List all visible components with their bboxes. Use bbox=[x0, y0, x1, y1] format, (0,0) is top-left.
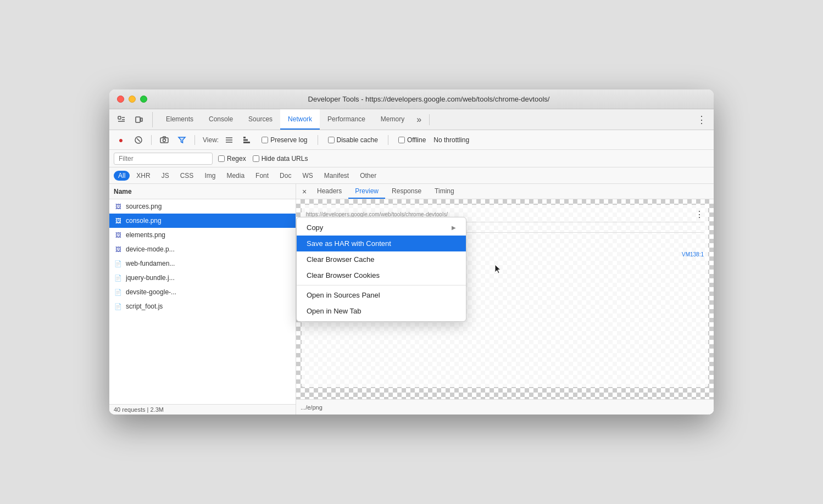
preview-close-button[interactable]: × bbox=[298, 186, 310, 198]
filter-js-button[interactable]: JS bbox=[157, 171, 174, 181]
close-button[interactable] bbox=[117, 96, 124, 103]
camera-button[interactable] bbox=[157, 133, 171, 147]
tab-performance[interactable]: Performance bbox=[320, 109, 373, 130]
tab-memory[interactable]: Memory bbox=[373, 109, 412, 130]
offline-checkbox[interactable] bbox=[398, 137, 405, 143]
toolbar-divider-3 bbox=[318, 135, 318, 145]
svg-rect-2 bbox=[141, 118, 142, 121]
throttle-dropdown[interactable]: No throttling bbox=[433, 136, 469, 144]
context-menu: Copy ▶ Save as HAR with Content Clear Br… bbox=[296, 217, 466, 322]
list-item[interactable]: 📄 jquery-bundle.j... bbox=[109, 271, 296, 285]
context-menu-clear-cookies[interactable]: Clear Browser Cookies bbox=[297, 267, 466, 283]
browser-window: Developer Tools - https://developers.goo… bbox=[109, 89, 714, 415]
devtools-panel: Elements Console Sources Network Perform… bbox=[109, 109, 714, 415]
filter-bar: Regex Hide data URLs bbox=[109, 150, 714, 167]
disable-cache-label[interactable]: Disable cache bbox=[328, 136, 378, 144]
list-header: Name bbox=[109, 184, 296, 199]
tab-preview[interactable]: Preview bbox=[348, 184, 385, 199]
context-menu-copy[interactable]: Copy ▶ bbox=[297, 220, 466, 236]
network-list: Name 🖼 sources.png 🖼 console.png 🖼 eleme… bbox=[109, 184, 296, 415]
disable-cache-checkbox[interactable] bbox=[328, 137, 335, 143]
tab-sources[interactable]: Sources bbox=[241, 109, 280, 130]
filter-icon-button[interactable] bbox=[175, 133, 189, 147]
view-label: View: bbox=[203, 136, 219, 144]
context-menu-clear-cache[interactable]: Clear Browser Cache bbox=[297, 251, 466, 267]
context-menu-open-tab[interactable]: Open in New Tab bbox=[297, 303, 466, 319]
list-item-selected[interactable]: 🖼 console.png bbox=[109, 214, 296, 228]
device-mode-icon[interactable] bbox=[131, 112, 147, 127]
file-icon: 📄 bbox=[114, 273, 123, 282]
filter-css-button[interactable]: CSS bbox=[176, 171, 198, 181]
devtools-menu-button[interactable]: ⋮ bbox=[694, 112, 709, 127]
preserve-log-checkbox[interactable] bbox=[262, 137, 268, 143]
stop-recording-button[interactable] bbox=[131, 133, 146, 147]
list-status-bar: 40 requests | 2.3M bbox=[109, 404, 296, 415]
filter-media-button[interactable]: Media bbox=[222, 171, 249, 181]
window-title: Developer Tools - https://developers.goo… bbox=[152, 95, 706, 103]
offline-label[interactable]: Offline bbox=[398, 136, 426, 144]
filter-input[interactable] bbox=[114, 153, 213, 165]
list-item[interactable]: 📄 web-fundamen... bbox=[109, 256, 296, 271]
svg-rect-12 bbox=[243, 142, 250, 143]
preserve-log-label[interactable]: Preserve log bbox=[262, 136, 307, 144]
context-menu-open-sources[interactable]: Open in Sources Panel bbox=[297, 287, 466, 303]
file-icon: 🖼 bbox=[114, 202, 123, 211]
list-header-name: Name bbox=[114, 188, 132, 195]
main-content: Name 🖼 sources.png 🖼 console.png 🖼 eleme… bbox=[109, 184, 714, 415]
filter-type-bar: All XHR JS CSS Img Media Font Doc WS Man… bbox=[109, 167, 714, 184]
preview-url-bar: .../e/png bbox=[296, 399, 714, 415]
tab-icon-group bbox=[114, 112, 153, 127]
hide-data-urls-label[interactable]: Hide data URLs bbox=[253, 155, 308, 163]
tab-bar-divider bbox=[429, 114, 430, 125]
toolbar-divider-2 bbox=[194, 135, 195, 145]
list-item[interactable]: 📄 devsite-google-... bbox=[109, 285, 296, 299]
filter-other-button[interactable]: Other bbox=[355, 171, 381, 181]
filter-img-button[interactable]: Img bbox=[200, 171, 220, 181]
list-item[interactable]: 🖼 sources.png bbox=[109, 199, 296, 214]
svg-rect-11 bbox=[243, 139, 248, 141]
svg-point-6 bbox=[163, 139, 166, 142]
file-icon: 🖼 bbox=[114, 231, 123, 239]
filter-manifest-button[interactable]: Manifest bbox=[320, 171, 353, 181]
regex-label[interactable]: Regex bbox=[218, 155, 246, 163]
network-toolbar: ● View: Preserve log bbox=[109, 130, 714, 150]
tab-more-button[interactable]: » bbox=[412, 109, 426, 130]
record-button[interactable]: ● bbox=[114, 133, 128, 147]
preview-tabs: × Headers Preview Response Timing bbox=[296, 184, 714, 199]
list-item[interactable]: 🖼 elements.png bbox=[109, 228, 296, 242]
submenu-arrow-icon: ▶ bbox=[452, 225, 456, 231]
list-item[interactable]: 🖼 device-mode.p... bbox=[109, 242, 296, 256]
list-items: 🖼 sources.png 🖼 console.png 🖼 elements.p… bbox=[109, 199, 296, 404]
file-icon: 📄 bbox=[114, 288, 123, 296]
file-icon: 📄 bbox=[114, 259, 123, 268]
toolbar-divider-4 bbox=[388, 135, 388, 145]
file-icon: 📄 bbox=[114, 302, 123, 311]
svg-rect-1 bbox=[136, 117, 140, 122]
hide-data-urls-checkbox[interactable] bbox=[253, 155, 259, 162]
regex-checkbox[interactable] bbox=[218, 155, 225, 162]
tab-timing[interactable]: Timing bbox=[428, 184, 461, 199]
view-list-button[interactable] bbox=[222, 133, 236, 147]
context-menu-save-har[interactable]: Save as HAR with Content bbox=[297, 236, 466, 251]
tab-headers[interactable]: Headers bbox=[310, 184, 348, 199]
svg-line-4 bbox=[137, 138, 140, 142]
tab-console[interactable]: Console bbox=[201, 109, 241, 130]
filter-all-button[interactable]: All bbox=[114, 171, 130, 181]
toolbar-checkboxes: Preserve log Disable cache Offline No th… bbox=[262, 135, 469, 145]
maximize-button[interactable] bbox=[140, 96, 147, 103]
tab-elements[interactable]: Elements bbox=[158, 109, 201, 130]
tab-response[interactable]: Response bbox=[385, 184, 428, 199]
filter-font-button[interactable]: Font bbox=[251, 171, 273, 181]
filter-xhr-button[interactable]: XHR bbox=[132, 171, 154, 181]
view-waterfall-button[interactable] bbox=[240, 133, 254, 147]
list-item[interactable]: 📄 script_foot.js bbox=[109, 299, 296, 313]
filter-doc-button[interactable]: Doc bbox=[275, 171, 296, 181]
tab-bar: Elements Console Sources Network Perform… bbox=[109, 109, 714, 130]
tab-network[interactable]: Network bbox=[280, 109, 320, 130]
svg-rect-0 bbox=[118, 116, 121, 119]
filter-ws-button[interactable]: WS bbox=[298, 171, 317, 181]
file-icon: 🖼 bbox=[114, 245, 123, 254]
inspect-element-icon[interactable] bbox=[114, 112, 129, 127]
minimize-button[interactable] bbox=[129, 96, 136, 103]
filter-checkboxes: Regex Hide data URLs bbox=[218, 155, 308, 163]
